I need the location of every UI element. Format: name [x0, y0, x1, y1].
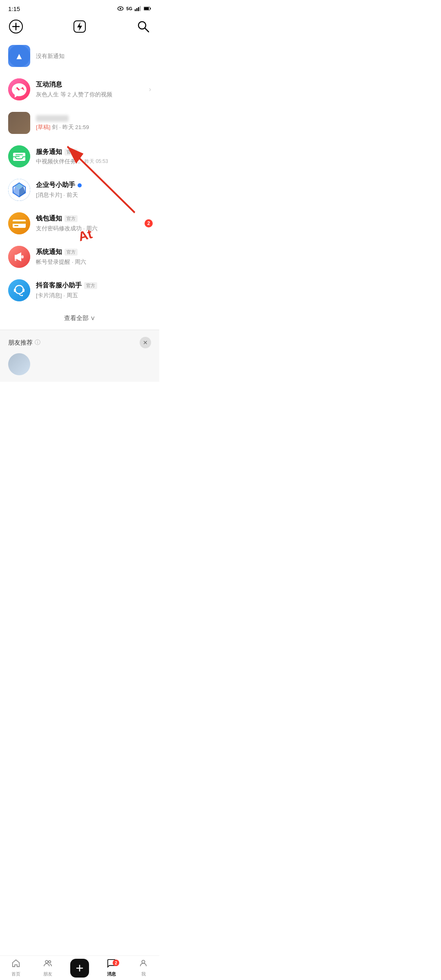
- wallet-content: 钱包通知 官方 支付密码修改成功 · 周六: [36, 214, 151, 232]
- svg-rect-8: [144, 7, 149, 10]
- draft-content: [草稿] 剑 · 昨天 21:59: [36, 115, 151, 131]
- wallet-unread-count: 2: [145, 219, 153, 227]
- notifications-list: ▲ 没有新通知: [0, 39, 159, 330]
- enterprise-avatar: [8, 179, 30, 201]
- svg-rect-30: [13, 221, 26, 224]
- first-avatar: ▲: [8, 45, 30, 67]
- interactive-preview: 灰色人生 等 2 人赞了你的视频: [36, 91, 112, 98]
- svg-rect-3: [136, 8, 138, 11]
- svg-point-35: [8, 279, 30, 301]
- status-icons: 5G: [117, 5, 151, 12]
- svg-rect-7: [150, 8, 151, 9]
- interactive-arrow: ›: [149, 86, 151, 93]
- no-notice-content: 没有新通知: [36, 52, 151, 60]
- svg-marker-13: [77, 22, 82, 31]
- draft-item[interactable]: [草稿] 剑 · 昨天 21:59: [0, 106, 159, 140]
- service-content: 服务通知 官方 中视频伙伴任务... 昨天 05:53: [36, 148, 151, 165]
- svg-point-1: [120, 8, 121, 9]
- customer-content: 抖音客服小助手 官方 [卡片消息] · 周五: [36, 281, 151, 299]
- friends-avatars-row: [8, 353, 151, 377]
- enterprise-item[interactable]: 企业号小助手 [消息卡片] · 前天: [0, 173, 159, 207]
- customer-preview: [卡片消息] · 周五: [36, 292, 78, 298]
- draft-avatar: [8, 112, 30, 134]
- customer-badge: 官方: [84, 282, 97, 289]
- friends-section: 朋友推荐 ⓘ ✕: [0, 330, 159, 382]
- enterprise-preview: [消息卡片] · 前天: [36, 192, 78, 198]
- svg-text:▲: ▲: [15, 51, 24, 61]
- signal-icon: [134, 5, 142, 12]
- wallet-item[interactable]: 钱包通知 官方 支付密码修改成功 · 周六 2: [0, 207, 159, 240]
- service-notice-item[interactable]: 服务通知 官方 中视频伙伴任务... 昨天 05:53: [0, 140, 159, 173]
- svg-rect-37: [14, 289, 16, 292]
- friends-title: 朋友推荐 ⓘ: [8, 339, 40, 347]
- wallet-badge: 官方: [65, 215, 78, 222]
- system-content: 系统通知 官方 帐号登录提醒 · 周六: [36, 248, 151, 266]
- lightning-button[interactable]: [72, 19, 87, 34]
- customer-avatar: [8, 279, 30, 301]
- draft-preview: [草稿] 剑 · 昨天 21:59: [36, 124, 89, 130]
- wallet-title: 钱包通知: [36, 214, 62, 223]
- interactive-title: 互动消息: [36, 80, 62, 89]
- interactive-avatar: [8, 78, 30, 100]
- system-preview: 帐号登录提醒 · 周六: [36, 259, 86, 265]
- system-title: 系统通知: [36, 248, 62, 256]
- svg-rect-34: [15, 259, 16, 261]
- service-avatar: [8, 145, 30, 167]
- enterprise-new-dot: [78, 183, 82, 187]
- status-time: 1:15: [8, 5, 20, 12]
- battery-icon: [144, 5, 151, 12]
- interactive-message-item[interactable]: 互动消息 灰色人生 等 2 人赞了你的视频 ›: [0, 73, 159, 106]
- search-button[interactable]: [136, 19, 151, 34]
- service-title: 服务通知: [36, 148, 62, 156]
- svg-rect-31: [14, 225, 18, 226]
- service-time: 昨天 05:53: [85, 158, 108, 165]
- svg-rect-4: [138, 7, 139, 11]
- wallet-preview: 支付密码修改成功 · 周六: [36, 225, 98, 232]
- system-item[interactable]: 系统通知 官方 帐号登录提醒 · 周六: [0, 240, 159, 274]
- svg-rect-38: [22, 289, 24, 292]
- friend-avatar-1: [8, 353, 30, 375]
- service-preview: 中视频伙伴任务...: [36, 158, 80, 165]
- system-avatar: [8, 246, 30, 268]
- service-badge: 官方: [65, 149, 78, 156]
- enterprise-title: 企业号小助手: [36, 181, 75, 189]
- interactive-content: 互动消息 灰色人生 等 2 人赞了你的视频: [36, 80, 146, 98]
- svg-line-15: [145, 28, 149, 32]
- close-friends-button[interactable]: ✕: [140, 337, 151, 348]
- svg-point-33: [21, 255, 24, 258]
- no-notice-item[interactable]: ▲ 没有新通知: [0, 39, 159, 73]
- draft-name-blurred: [36, 115, 69, 122]
- network-badge: 5G: [126, 6, 132, 11]
- friends-header: 朋友推荐 ⓘ ✕: [8, 337, 151, 348]
- wallet-avatar: [8, 212, 30, 234]
- view-all-button[interactable]: 查看全部 ∨: [0, 307, 159, 330]
- info-icon[interactable]: ⓘ: [35, 339, 40, 346]
- customer-item[interactable]: 抖音客服小助手 官方 [卡片消息] · 周五: [0, 274, 159, 307]
- customer-title: 抖音客服小助手: [36, 281, 82, 290]
- add-button[interactable]: [8, 19, 24, 34]
- system-badge: 官方: [65, 249, 78, 256]
- no-notice-text: 没有新通知: [36, 53, 65, 59]
- draft-tag: [草稿]: [36, 124, 51, 130]
- nav-bar: [0, 16, 159, 39]
- svg-rect-2: [135, 9, 136, 11]
- eye-icon: [117, 5, 124, 12]
- svg-rect-5: [140, 6, 141, 11]
- status-bar: 1:15 5G: [0, 0, 159, 16]
- enterprise-content: 企业号小助手 [消息卡片] · 前天: [36, 181, 151, 199]
